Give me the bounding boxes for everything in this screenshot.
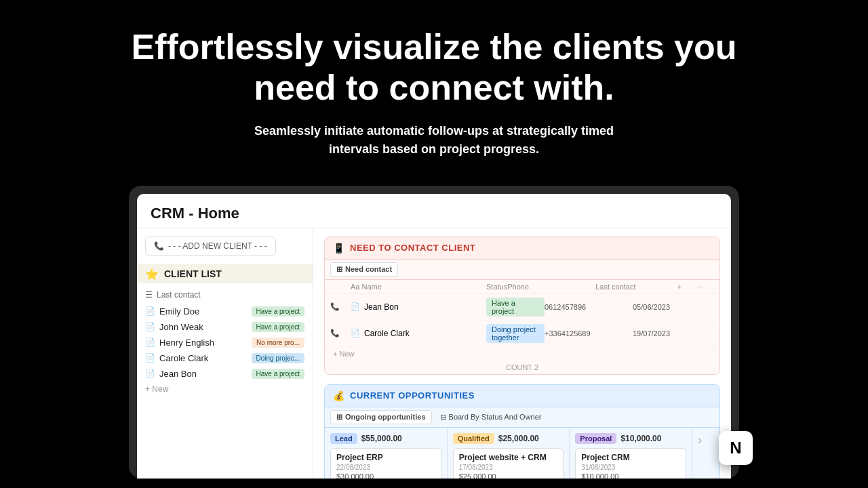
table-icon: ⊞ [336, 265, 342, 274]
opportunities-title: CURRENT OPPORTUNITIES [350, 390, 475, 401]
client-status-tag: Have a project [252, 306, 304, 317]
opp-card[interactable]: Project CRM 31/08/2023 $10,000.00 [575, 448, 686, 479]
contact-name-cell: 📄 Carole Clark [351, 329, 486, 338]
add-client-button[interactable]: 📞 - - - ADD NEW CLIENT - - - [145, 237, 276, 256]
filter-icon: ☰ [145, 290, 153, 300]
crm-header: CRM - Home [137, 194, 731, 228]
opp-card-name: Project website + CRM [459, 453, 558, 462]
contact-last-contact: 05/06/2023 [633, 303, 714, 311]
opp-total-amount: $10,000.00 [620, 434, 661, 443]
tab-need-contact[interactable]: ⊞ Need contact [330, 262, 398, 277]
screen-wrapper: CRM - Home 📞 - - - ADD NEW CLIENT - - - … [0, 186, 868, 479]
phone-icon: 📞 [330, 329, 351, 338]
client-status-tag: Doing projec... [252, 353, 304, 363]
opp-card-amount: $25,000.00 [459, 472, 558, 479]
doc-icon: 📄 [145, 338, 155, 347]
doc-icon: 📄 [145, 306, 155, 316]
crm-title: CRM - Home [151, 205, 239, 222]
hero-title: Effortlessly visualize the clients you n… [129, 27, 739, 108]
add-new-client[interactable]: + New [137, 382, 313, 396]
crm-body: 📞 - - - ADD NEW CLIENT - - - ⭐ CLIENT LI… [137, 228, 731, 479]
contact-phone: +3364125689 [545, 329, 633, 338]
contact-name: Jean Bon [364, 302, 399, 312]
opp-label: Proposal [575, 433, 616, 444]
opportunities-header: 💰 CURRENT OPPORTUNITIES [325, 385, 719, 407]
contact-name-cell: 📄 Jean Bon [351, 302, 486, 312]
client-status-tag: Have a project [252, 369, 304, 379]
more-icon: › [698, 433, 702, 447]
opp-card-date: 17/08/2023 [459, 464, 558, 471]
doc-icon: 📄 [145, 322, 155, 331]
client-status-tag: Have a project [252, 322, 304, 332]
add-new-contact[interactable]: + New [325, 347, 719, 361]
tab-board[interactable]: ⊟ Board By Status And Owner [435, 411, 547, 424]
opp-column: Proposal $10,000.00 Project CRM 31/08/20… [570, 428, 692, 479]
client-name-label: John Weak [159, 322, 203, 332]
table-icon2: ⊞ [336, 413, 342, 422]
sidebar: 📞 - - - ADD NEW CLIENT - - - ⭐ CLIENT LI… [137, 228, 313, 479]
opp-total-amount: $55,000.00 [361, 434, 402, 443]
opp-card-amount: $10,000.00 [581, 472, 680, 479]
opp-column: Lead $55,000.00 Project ERP 22/08/2023 $… [325, 428, 448, 479]
hero-section: Effortlessly visualize the clients you n… [0, 0, 868, 172]
notion-icon: N [719, 431, 753, 465]
need-contact-tabs: ⊞ Need contact [325, 260, 719, 280]
tab-ongoing[interactable]: ⊞ Ongoing opportunities [330, 410, 432, 424]
opp-label: Qualified [453, 433, 494, 444]
need-to-contact-title: NEED TO CONTACT CLIENT [350, 243, 475, 253]
client-row[interactable]: 📄 John Weak Have a project [137, 319, 313, 335]
client-name-label: Jean Bon [159, 369, 197, 379]
main-content: 📱 NEED TO CONTACT CLIENT ⊞ Need contact … [313, 228, 731, 479]
contact-status: Doing project together [486, 324, 545, 343]
contact-row[interactable]: 📞 📄 Carole Clark Doing project together … [325, 321, 719, 347]
doc-icon: 📄 [145, 353, 155, 363]
contact-phone: 0612457896 [545, 303, 633, 311]
opp-card-date: 22/08/2023 [336, 464, 435, 471]
crm-app: CRM - Home 📞 - - - ADD NEW CLIENT - - - … [137, 194, 731, 479]
opp-card[interactable]: Project ERP 22/08/2023 $30,000.00 [330, 448, 441, 479]
col-last-contact: Last contact [595, 283, 677, 291]
contact-table-body: 📞 📄 Jean Bon Have a project 0612457896 0… [325, 294, 719, 347]
star-icon: ⭐ [145, 268, 159, 281]
client-list: 📄 Emily Doe Have a project 📄 John Weak H… [137, 304, 313, 382]
client-row[interactable]: 📄 Emily Doe Have a project [137, 304, 313, 319]
contact-table-header: Aa Name Status Phone Last contact + ··· [325, 280, 719, 294]
client-name-label: Carole Clark [159, 353, 208, 363]
col-name: Aa Name [351, 283, 486, 291]
contact-status: Have a project [486, 298, 545, 317]
opp-column: Qualified $25,000.00 Project website + C… [448, 428, 570, 479]
client-list-label: ⭐ CLIENT LIST [137, 264, 313, 283]
doc-icon: 📄 [351, 302, 360, 311]
client-row[interactable]: 📄 Henry English No more pro... [137, 335, 313, 350]
opportunities-grid: Lead $55,000.00 Project ERP 22/08/2023 $… [325, 428, 719, 479]
money-icon: 💰 [333, 390, 344, 401]
board-icon: ⊟ [440, 413, 446, 422]
opportunities-tabs: ⊞ Ongoing opportunities ⊟ Board By Statu… [325, 407, 719, 428]
opp-card-name: Project CRM [581, 453, 680, 462]
opp-card-amount: $30,000.00 [336, 472, 435, 479]
opp-card-name: Project ERP [336, 453, 435, 462]
contact-count: COUNT 2 [325, 361, 719, 374]
contact-last-contact: 19/07/2023 [633, 329, 714, 338]
client-row[interactable]: 📄 Jean Bon Have a project [137, 366, 313, 382]
hero-subtitle: Seamlessly initiate automatic follow-ups… [244, 122, 624, 159]
filter-row: ☰ Last contact [137, 287, 313, 304]
contact-name: Carole Clark [364, 329, 410, 338]
opp-total-amount: $25,000.00 [498, 434, 539, 443]
screen-outer: CRM - Home 📞 - - - ADD NEW CLIENT - - - … [129, 186, 739, 479]
phone-icon: 📞 [330, 302, 351, 311]
doc-icon: 📄 [145, 369, 155, 378]
col-status: Status [486, 283, 507, 291]
doc-icon: 📄 [351, 329, 360, 338]
opp-column-extra: › [692, 428, 719, 479]
need-to-contact-section: 📱 NEED TO CONTACT CLIENT ⊞ Need contact … [324, 237, 720, 375]
opp-card[interactable]: Project website + CRM 17/08/2023 $25,000… [453, 448, 564, 479]
opp-label: Lead [330, 433, 357, 444]
mobile-icon: 📱 [333, 243, 344, 253]
col-phone: Phone [507, 283, 595, 291]
phone-icon: 📞 [154, 241, 164, 251]
contact-row[interactable]: 📞 📄 Jean Bon Have a project 0612457896 0… [325, 294, 719, 321]
current-opportunities-section: 💰 CURRENT OPPORTUNITIES ⊞ Ongoing opport… [324, 384, 720, 479]
client-name-label: Henry English [159, 338, 214, 348]
client-row[interactable]: 📄 Carole Clark Doing projec... [137, 350, 313, 366]
